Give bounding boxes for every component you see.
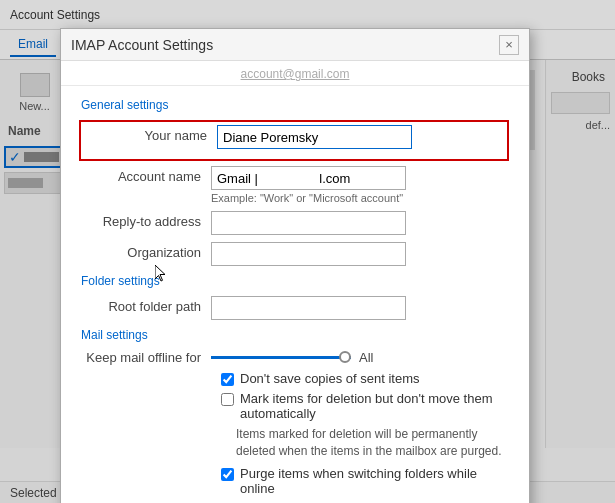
modal-subtitle: account@gmail.com	[61, 61, 529, 86]
slider-wrap: All	[211, 350, 373, 365]
checkbox3[interactable]	[221, 468, 234, 481]
your-name-input[interactable]	[217, 125, 412, 149]
root-folder-label: Root folder path	[81, 296, 211, 314]
modal-title: IMAP Account Settings	[71, 37, 213, 53]
checkbox2-label: Mark items for deletion but don't move t…	[240, 391, 509, 421]
checkbox1-row: Don't save copies of sent items	[81, 371, 509, 386]
modal-email: account@gmail.com	[241, 67, 350, 81]
account-name-example: Example: "Work" or "Microsoft account"	[211, 192, 509, 204]
root-folder-field-wrap	[211, 296, 509, 320]
folder-settings-label: Folder settings	[81, 274, 509, 288]
keep-mail-row: Keep mail offline for All	[81, 350, 509, 365]
reply-to-row: Reply-to address	[81, 211, 509, 235]
organization-input[interactable]	[211, 242, 406, 266]
account-name-label: Account name	[81, 166, 211, 184]
account-name-input[interactable]	[211, 166, 406, 190]
keep-mail-value: All	[359, 350, 373, 365]
account-name-field-wrap: Example: "Work" or "Microsoft account"	[211, 166, 509, 204]
slider-fill	[211, 356, 351, 359]
checkbox1-label: Don't save copies of sent items	[240, 371, 420, 386]
slider-track[interactable]	[211, 356, 351, 359]
general-settings-label: General settings	[81, 98, 509, 112]
checkbox3-label: Purge items when switching folders while…	[240, 466, 509, 496]
organization-field-wrap	[211, 242, 509, 266]
root-folder-input[interactable]	[211, 296, 406, 320]
modal-body: General settings Your name Account name …	[61, 86, 529, 503]
your-name-row: Your name	[87, 125, 501, 149]
modal-dialog: IMAP Account Settings × account@gmail.co…	[60, 28, 530, 503]
your-name-label: Your name	[87, 125, 217, 143]
modal-titlebar: IMAP Account Settings ×	[61, 29, 529, 61]
reply-to-field-wrap	[211, 211, 509, 235]
organization-row: Organization	[81, 242, 509, 266]
keep-mail-label: Keep mail offline for	[81, 350, 211, 365]
slider-thumb[interactable]	[339, 351, 351, 363]
your-name-highlighted-row: Your name	[79, 120, 509, 161]
reply-to-input[interactable]	[211, 211, 406, 235]
checkbox3-row: Purge items when switching folders while…	[81, 466, 509, 496]
account-name-row: Account name Example: "Work" or "Microso…	[81, 166, 509, 204]
root-folder-row: Root folder path	[81, 296, 509, 320]
checkbox2[interactable]	[221, 393, 234, 406]
mail-settings-label: Mail settings	[81, 328, 509, 342]
checkbox1[interactable]	[221, 373, 234, 386]
organization-label: Organization	[81, 242, 211, 260]
checkbox2-row: Mark items for deletion but don't move t…	[81, 391, 509, 421]
your-name-field-wrap	[217, 125, 501, 149]
deletion-note: Items marked for deletion will be perman…	[81, 426, 509, 460]
reply-to-label: Reply-to address	[81, 211, 211, 229]
modal-close-button[interactable]: ×	[499, 35, 519, 55]
